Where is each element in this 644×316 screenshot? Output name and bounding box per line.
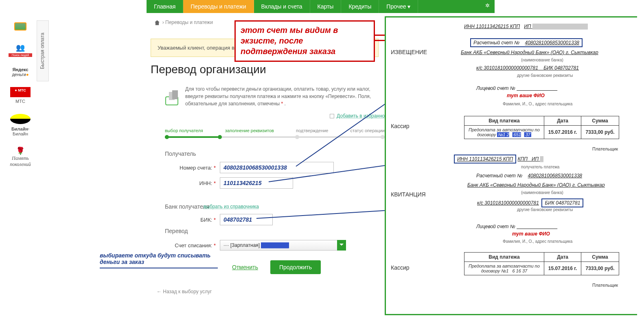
invoice-ksbik-1: к/с 30101810000000000781 БИК 048702781 [476,65,579,71]
invoice-personal-1: Лицевой счет № [476,85,557,91]
account-row: Номер счета: * [161,162,334,173]
nav-other[interactable]: Прочее ▾ [379,0,418,13]
invoice-personal-2: Лицевой счет № [476,224,557,229]
description: Для того чтобы перевести деньги организа… [185,85,389,107]
step-1: выбор получателя [165,128,203,133]
add-favorite[interactable]: Добавить в избранное [330,113,388,119]
home-icon[interactable] [155,20,160,25]
svg-rect-2 [172,90,178,99]
continue-button[interactable]: Продолжить [270,260,321,274]
invoice-recipient-label-2: получатель платежа [521,165,559,169]
people-icon: 👥 [16,44,25,52]
step-3: подтверждение [296,128,328,133]
invoice-fio-label-1: Фамилия, И., О., адрес плательщика [503,102,572,106]
back-link[interactable]: ← Назад к выбору услуг [157,289,212,294]
invoice-ksbik-2: к/с 30101810000000000781 БИК 048702781 [477,198,583,207]
checkbox-icon [330,114,334,118]
invoice-payer-2: Плательщик [592,283,618,288]
invoice-bank-label-1: (наименование банка) [521,58,563,62]
red-annotation: этот счет мы видим в экзисте, после подт… [234,20,375,62]
beeline-icon [10,114,31,124]
directory-link[interactable]: выбрать из справочника [204,204,259,209]
invoice-cashier-2: Кассир [391,264,410,271]
invoice-receipt-label: КВИТАНЦИЯ [391,191,426,198]
sidebar-people[interactable]: 👥Поиск людей [4,43,37,57]
invoice-fio-label-2: Фамилия, И., О., адрес плательщика [503,239,572,244]
invoice-inn-2: ИНН 110113426215 КПП КПП ИП █ [454,155,543,163]
bik-label: БИК: * [161,217,216,223]
sidebar-beeline[interactable]: Билайн·Билайн [4,114,37,136]
button-row: Отменить Продолжить [232,260,321,274]
page-title: Перевод организации [151,63,266,76]
writeoff-select[interactable]: ···· [Зарплатная] ████████ [220,240,346,251]
sidebar-phone[interactable] [4,22,37,33]
top-nav: Главная Переводы и платежи Вклады и счет… [147,0,495,13]
sidebar: 👥Поиск людей Яндексденьги● ● МТСМТС Била… [4,22,37,178]
bik-input[interactable] [220,214,273,225]
inn-input[interactable] [220,177,293,189]
quickpay-tab[interactable]: Быстрая оплата [37,20,49,81]
invoice-bank-2: Банк АКБ «Северный Народный Банк» (ОАО) … [467,182,605,188]
steps: выбор получателя заполнение реквизитов п… [165,128,385,133]
recipient-section: Получатель [165,150,196,157]
invoice-table-1: Вид платежаДатаСумма Предоплата за автоз… [464,116,619,139]
cancel-button[interactable]: Отменить [232,264,258,270]
invoice-inn-1: ИНН 110113426215 КПП ИП ████████████████ [464,24,588,29]
step-4: статус операции [350,128,385,133]
writeoff-row: Счет списания: * ···· [Зарплатная] █████… [161,240,346,251]
inn-label: ИНН: * [161,180,216,186]
sidebar-memory[interactable]: 🌹Памятьпоколений [4,146,37,168]
invoice-bank-label-2: (наименование банка) [521,190,563,195]
invoice-fio-1: тут ваше ФИО [507,93,545,98]
invoice-bank-1: Банк АКБ «Северный Народный Банк» (ОАО) … [461,50,598,55]
invoice-payer-1: Плательщик [592,146,618,151]
invoice-other-1: другие банковские реквизиты [517,73,573,78]
blue-annotation: выбираете откуда будут списывать деньги … [100,252,218,268]
breadcrumb: › Переводы и платежи [155,20,213,25]
breadcrumb-text[interactable]: Переводы и платежи [165,20,213,25]
nav-deposits[interactable]: Вклады и счета [254,0,310,13]
nav-cards[interactable]: Карты [310,0,342,13]
writeoff-label: Счет списания: * [161,242,216,248]
invoice-notification-label: ИЗВЕЩЕНИЕ [391,49,427,55]
bank-section: Банк получателя [165,203,209,210]
step-2: заполнение реквизитов [225,128,274,133]
nav-credits[interactable]: Кредиты [341,0,379,13]
inn-row: ИНН: * [161,177,293,189]
invoice-other-2: другие банковские реквизиты [517,207,573,212]
invoice-cashier-1: Кассир [391,123,410,129]
invoice-account-2: Расчетный счет № 40802810068530001338 [476,173,582,179]
invoice-table-2: Вид платежаДатаСумма Предоплата за автоз… [464,252,619,275]
invoice-fio-2: тут ваше ФИО [512,231,550,237]
flower-icon: 🌹 [16,147,25,155]
sidebar-mts[interactable]: ● МТСМТС [4,87,37,104]
nav-home[interactable]: Главная [147,0,183,13]
gear-icon[interactable]: ✲ [480,0,495,13]
account-label: Номер счета: * [161,165,216,171]
transfer-section: Перевод [165,228,188,234]
bik-row: БИК: * [161,214,273,225]
phone-icon [14,22,26,31]
account-input[interactable] [220,162,334,173]
chevron-down-icon [337,240,346,251]
invoice-account-1: Расчетный счет № 40802810068530001338 [470,38,583,47]
card-icon [165,89,181,106]
sidebar-yandex[interactable]: Яндексденьги● [4,67,37,77]
step-line [165,136,385,138]
nav-transfers[interactable]: Переводы и платежи [183,0,254,13]
mts-icon: ● МТС [10,87,31,97]
